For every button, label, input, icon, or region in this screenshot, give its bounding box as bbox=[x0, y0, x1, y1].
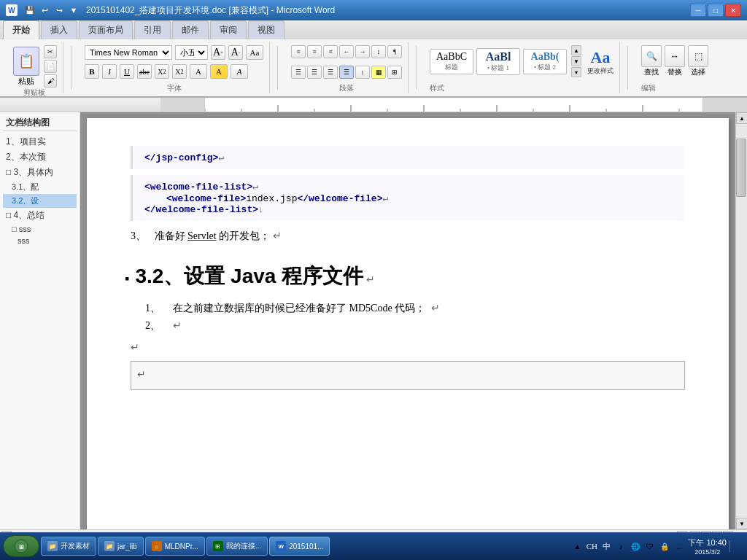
find-button[interactable]: 🔍 查找 bbox=[641, 45, 662, 77]
nav-item-sss2[interactable]: sss bbox=[3, 235, 77, 246]
tray-ime-cn[interactable]: 中 bbox=[600, 540, 612, 552]
align-right-button[interactable]: ☰ bbox=[323, 66, 338, 79]
app-icon-4: ⊞ bbox=[213, 541, 223, 551]
scroll-up-button[interactable]: ▲ bbox=[736, 112, 747, 124]
save-button[interactable]: 💾 bbox=[23, 4, 36, 17]
tab-page-layout[interactable]: 页面布局 bbox=[79, 20, 133, 39]
quick-access-toolbar: 💾 ↩ ↪ ▼ bbox=[20, 4, 83, 17]
font-color-button[interactable]: A bbox=[190, 64, 207, 79]
tab-mailings[interactable]: 邮件 bbox=[172, 20, 209, 39]
bullets-button[interactable]: ≡ bbox=[291, 45, 306, 58]
select-button[interactable]: ⬚ 选择 bbox=[688, 45, 708, 77]
multilevel-list-button[interactable]: ≡ bbox=[323, 45, 338, 58]
style-heading1[interactable]: AaBl • 标题 1 bbox=[476, 48, 520, 75]
nav-item-sss[interactable]: □ sss bbox=[3, 223, 77, 235]
nav-item-3-1[interactable]: 3.1、配 bbox=[3, 180, 77, 194]
tray-network-icon[interactable]: 🌐 bbox=[630, 540, 641, 552]
tray-input-method[interactable]: CH bbox=[586, 540, 597, 552]
nav-item-4[interactable]: □ 4、总结 bbox=[3, 208, 77, 223]
align-center-button[interactable]: ☰ bbox=[307, 66, 322, 79]
redo-button[interactable]: ↪ bbox=[53, 4, 66, 17]
sort-button[interactable]: ↕ bbox=[371, 45, 386, 58]
underline-button[interactable]: U bbox=[120, 64, 134, 79]
item3-text: 3、 准备好 Servlet 的开发包； ↵ bbox=[131, 227, 685, 245]
grow-font-button[interactable]: A+ bbox=[211, 45, 225, 60]
styles-scroll-up[interactable]: ▲ bbox=[571, 45, 581, 55]
maximize-button[interactable]: □ bbox=[708, 4, 724, 17]
case-button[interactable]: Aa bbox=[246, 45, 263, 60]
replace-button[interactable]: ↔ 替换 bbox=[665, 45, 685, 77]
tab-insert[interactable]: 插入 bbox=[41, 20, 77, 39]
strikethrough-button[interactable]: abe bbox=[137, 64, 152, 79]
font-row1: Times New Roman 小五 A+ A- Aa bbox=[85, 42, 263, 60]
item1-text: 1、 在之前建立数据库的时候已经准备好了 MD5Code 代码； ↵ bbox=[131, 302, 685, 315]
xml-block-2: <welcome-file-list>↵ <welcome-file>index… bbox=[131, 175, 685, 221]
cell-marker: ↵ bbox=[137, 369, 146, 380]
superscript-button[interactable]: X2 bbox=[172, 64, 187, 79]
nav-item-3[interactable]: □ 3、具体内 bbox=[3, 165, 77, 180]
cut-button[interactable]: ✂ bbox=[44, 45, 57, 58]
show-formatting-button[interactable]: ¶ bbox=[387, 45, 402, 58]
taskbar-jar-lib[interactable]: 📁 jar_lib bbox=[98, 537, 144, 556]
styles-scroll-down[interactable]: ▼ bbox=[571, 56, 581, 66]
italic-button[interactable]: I bbox=[102, 64, 117, 79]
undo-button[interactable]: ↩ bbox=[38, 4, 51, 17]
justify-button[interactable]: ☰ bbox=[339, 66, 354, 79]
taskbar-word[interactable]: W 2015101... bbox=[269, 537, 330, 556]
numbering-button[interactable]: ≡ bbox=[307, 45, 322, 58]
start-button[interactable]: ⊞ bbox=[3, 535, 39, 557]
line-spacing-button[interactable]: ↕ bbox=[355, 66, 370, 79]
text-effects-button[interactable]: A bbox=[231, 64, 248, 79]
tab-home[interactable]: 开始 bbox=[3, 20, 39, 39]
customize-qa-button[interactable]: ▼ bbox=[67, 4, 80, 17]
taskbar-eclipse[interactable]: ☼ MLDNPr... bbox=[145, 537, 205, 556]
scroll-thumb[interactable] bbox=[736, 139, 746, 197]
taskbar-connection[interactable]: ⊞ 我的连接... bbox=[206, 537, 268, 556]
change-styles-button[interactable]: Aa 更改样式 bbox=[587, 48, 614, 75]
find-label: 查找 bbox=[644, 67, 659, 77]
align-left-button[interactable]: ☰ bbox=[291, 66, 306, 79]
nav-item-1[interactable]: 1、项目实 bbox=[3, 134, 77, 149]
paste-button[interactable]: 📋 粘贴 bbox=[12, 47, 41, 87]
tab-review[interactable]: 审阅 bbox=[210, 20, 247, 39]
shading-button[interactable]: ▦ bbox=[371, 66, 386, 79]
minimize-button[interactable]: ─ bbox=[690, 4, 706, 17]
style-normal[interactable]: AaBbC 标题 bbox=[430, 49, 473, 74]
format-painter-button[interactable]: 🖌 bbox=[44, 74, 57, 88]
tray-extra-icons[interactable]: ... bbox=[673, 540, 685, 552]
bold-button[interactable]: B bbox=[85, 64, 99, 79]
editing-row: 🔍 查找 ↔ 替换 ⬚ 选择 bbox=[641, 42, 708, 77]
tray-sound-icon[interactable]: ♪ bbox=[615, 540, 627, 552]
ruler-right-margin bbox=[703, 98, 747, 112]
nav-item-3-2[interactable]: 3.2、设 bbox=[3, 194, 77, 208]
taskbar-explorer-1[interactable]: 📁 开发素材 bbox=[41, 537, 96, 556]
tray-antivirus-icon[interactable]: 🔒 bbox=[659, 540, 670, 552]
tray-security-icon[interactable]: 🛡 bbox=[644, 540, 656, 552]
taskbar-label-3: MLDNPr... bbox=[165, 542, 198, 551]
tab-references[interactable]: 引用 bbox=[134, 20, 171, 39]
font-name-select[interactable]: Times New Roman bbox=[85, 45, 172, 60]
subscript-button[interactable]: X2 bbox=[155, 64, 169, 79]
style-heading2[interactable]: AaBb( • 标题 2 bbox=[523, 49, 567, 74]
system-time: 下午 10:40 2015/3/2 bbox=[688, 537, 727, 556]
close-button[interactable]: ✕ bbox=[725, 4, 741, 17]
tray-icon-toolbar[interactable]: ▲ bbox=[571, 540, 583, 552]
styles-label: 样式 bbox=[430, 83, 614, 93]
decrease-indent-button[interactable]: ← bbox=[339, 45, 354, 58]
font-size-select[interactable]: 小五 bbox=[175, 45, 208, 60]
styles-more[interactable]: ▾ bbox=[571, 67, 581, 77]
tab-view[interactable]: 视图 bbox=[248, 20, 285, 39]
borders-button[interactable]: ⊞ bbox=[387, 66, 402, 79]
highlight-button[interactable]: A bbox=[210, 64, 228, 79]
increase-indent-button[interactable]: → bbox=[355, 45, 370, 58]
show-desktop-btn[interactable] bbox=[729, 540, 741, 552]
nav-item-2[interactable]: 2、本次预 bbox=[3, 149, 77, 165]
doc-main[interactable]: </jsp-config>↵ <welcome-file-list>↵ <wel… bbox=[80, 112, 735, 529]
paragraph-label: 段落 bbox=[291, 83, 402, 93]
scroll-down-button[interactable]: ▼ bbox=[736, 518, 747, 529]
style-heading1-label: • 标题 1 bbox=[487, 63, 509, 73]
taskbar-right: ▲ CH 中 ♪ 🌐 🛡 🔒 ... 下午 10:40 2015/3/2 bbox=[571, 537, 744, 556]
shrink-font-button[interactable]: A- bbox=[228, 45, 243, 60]
scroll-track[interactable] bbox=[736, 124, 747, 518]
copy-button[interactable]: 📄 bbox=[44, 60, 57, 73]
